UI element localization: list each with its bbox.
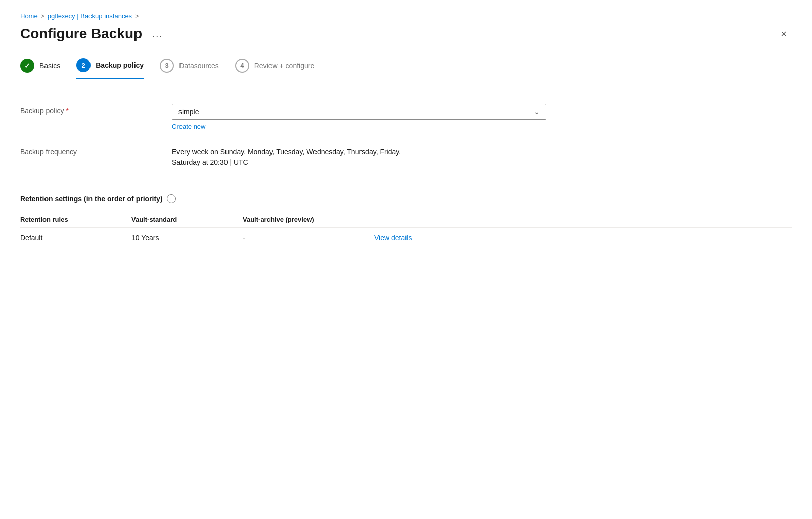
table-row: Default 10 Years - View details: [20, 228, 792, 248]
backup-policy-control: simple default custom ⌄ Create new: [172, 104, 546, 131]
col-header-vault-std: Vault-standard: [131, 211, 243, 228]
col-header-actions: [374, 211, 792, 228]
step-datasources-number: 3: [165, 62, 169, 69]
steps-row: ✓ Basics 2 Backup policy 3 Datasources 4…: [20, 58, 792, 79]
check-icon: ✓: [24, 62, 30, 70]
step-datasources[interactable]: 3 Datasources: [160, 59, 219, 79]
retention-vault-archive: -: [243, 228, 374, 248]
ellipsis-button[interactable]: ...: [148, 27, 167, 41]
step-backup-policy-number: 2: [82, 62, 85, 69]
backup-frequency-row: Backup frequency Every week on Sunday, M…: [20, 145, 792, 168]
retention-table: Retention rules Vault-standard Vault-arc…: [20, 211, 792, 248]
frequency-text: Every week on Sunday, Monday, Tuesday, W…: [172, 145, 546, 168]
step-review-number: 4: [240, 62, 244, 69]
backup-frequency-label: Backup frequency: [20, 145, 172, 156]
retention-action-cell: View details: [374, 228, 792, 248]
create-new-link[interactable]: Create new: [172, 123, 205, 131]
step-review-circle: 4: [235, 59, 249, 73]
retention-section: Retention settings (in the order of prio…: [20, 194, 792, 248]
backup-policy-dropdown-wrapper: simple default custom ⌄: [172, 104, 546, 120]
breadcrumb-sep1: >: [41, 13, 44, 20]
step-basics[interactable]: ✓ Basics: [20, 59, 60, 79]
step-datasources-label: Datasources: [179, 62, 219, 70]
retention-vault-standard: 10 Years: [131, 228, 243, 248]
page-container: Home > pgflexecy | Backup instances > Co…: [0, 0, 812, 269]
title-group: Configure Backup ...: [20, 26, 167, 42]
breadcrumb-home[interactable]: Home: [20, 12, 38, 20]
step-basics-label: Basics: [39, 62, 60, 70]
col-header-vault-arc: Vault-archive (preview): [243, 211, 374, 228]
retention-table-header-row: Retention rules Vault-standard Vault-arc…: [20, 211, 792, 228]
step-review-label: Review + configure: [254, 62, 314, 70]
backup-frequency-value: Every week on Sunday, Monday, Tuesday, W…: [172, 145, 546, 168]
form-section: Backup policy * simple default custom ⌄ …: [20, 100, 792, 186]
backup-policy-row: Backup policy * simple default custom ⌄ …: [20, 104, 792, 131]
info-icon[interactable]: i: [167, 194, 176, 203]
step-backup-policy-circle: 2: [76, 58, 91, 72]
breadcrumb: Home > pgflexecy | Backup instances >: [20, 12, 792, 20]
step-basics-circle: ✓: [20, 59, 34, 73]
breadcrumb-parent[interactable]: pgflexecy | Backup instances: [48, 12, 132, 20]
step-backup-policy-label: Backup policy: [96, 61, 144, 69]
page-title: Configure Backup: [20, 26, 142, 42]
col-header-rules: Retention rules: [20, 211, 131, 228]
backup-policy-select[interactable]: simple default custom: [172, 104, 546, 120]
close-button[interactable]: ×: [776, 26, 792, 42]
retention-heading-row: Retention settings (in the order of prio…: [20, 194, 792, 203]
page-header: Configure Backup ... ×: [20, 26, 792, 42]
required-star: *: [66, 107, 68, 115]
breadcrumb-sep2: >: [135, 13, 139, 20]
view-details-link[interactable]: View details: [374, 234, 412, 242]
step-datasources-circle: 3: [160, 59, 174, 73]
retention-rule-name: Default: [20, 228, 131, 248]
backup-policy-label: Backup policy *: [20, 104, 172, 115]
retention-heading: Retention settings (in the order of prio…: [20, 195, 163, 203]
step-review-configure[interactable]: 4 Review + configure: [235, 59, 314, 79]
step-backup-policy[interactable]: 2 Backup policy: [76, 58, 144, 79]
